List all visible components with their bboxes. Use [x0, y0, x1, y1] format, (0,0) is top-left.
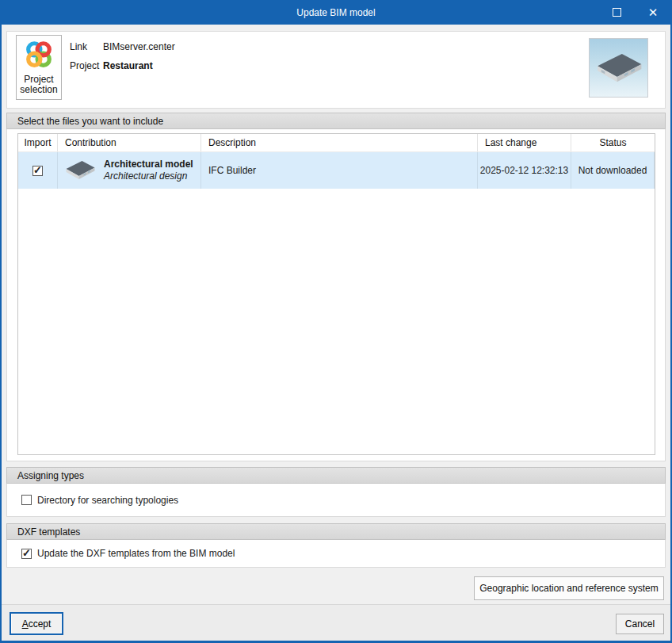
import-checkbox[interactable]: ✓ [32, 166, 43, 176]
titlebar: Update BIM model ✕ [0, 0, 672, 25]
dxf-templates-header: DXF templates [6, 523, 666, 540]
update-bim-model-dialog: Update BIM model ✕ Project selection Lin… [0, 0, 672, 643]
dxf-templates-body: ✓ Update the DXF templates from the BIM … [6, 540, 666, 568]
directory-typologies-checkbox[interactable]: ✓ [21, 495, 32, 505]
close-icon: ✕ [648, 6, 659, 18]
cancel-label: Cancel [625, 618, 655, 630]
project-value: Restaurant [103, 60, 153, 71]
model-preview-thumbnail [589, 38, 648, 98]
update-dxf-label: Update the DXF templates from the BIM mo… [37, 548, 235, 559]
project-selection-button[interactable]: Project selection [16, 35, 62, 100]
files-table-header: Import Contribution Description Last cha… [18, 134, 655, 152]
cancel-button[interactable]: Cancel [616, 614, 664, 634]
assigning-types-header: Assigning types [6, 467, 666, 484]
window-title: Update BIM model [296, 7, 375, 18]
status-cell: Not downloaded [571, 152, 655, 189]
column-header-last-change: Last change [478, 134, 571, 151]
files-section-title: Select the files you want to include [17, 116, 163, 127]
last-change-cell: 2025-02-12 12:32:13 [478, 152, 571, 189]
maximize-icon [613, 8, 621, 17]
maximize-button[interactable] [609, 3, 624, 22]
column-header-description: Description [201, 134, 478, 151]
bimserver-logo-icon [24, 40, 54, 72]
link-row: Link BIMserver.center [70, 41, 175, 52]
link-value: BIMserver.center [103, 41, 175, 52]
check-icon: ✓ [33, 165, 42, 175]
geographic-location-label: Geographic location and reference system [479, 583, 658, 594]
close-button[interactable]: ✕ [645, 3, 661, 22]
update-dxf-checkbox[interactable]: ✓ [21, 549, 32, 559]
assigning-types-title: Assigning types [17, 470, 84, 481]
directory-typologies-label: Directory for searching typologies [37, 495, 178, 506]
files-table: Import Contribution Description Last cha… [17, 133, 655, 455]
project-selection-label: Project selection [17, 75, 61, 95]
check-icon: ✓ [22, 548, 31, 558]
building-3d-icon [593, 48, 645, 88]
accept-button[interactable]: Accept [10, 612, 63, 635]
contribution-title: Architectural model [104, 159, 193, 170]
bottom-button-bar [0, 604, 672, 643]
table-row[interactable]: ✓ Architectural model Architectural desi… [18, 152, 655, 189]
import-cell: ✓ [18, 152, 58, 189]
description-cell: IFC Builder [201, 152, 478, 189]
link-label: Link [70, 41, 103, 52]
project-row: Project Restaurant [70, 60, 153, 71]
column-header-status: Status [571, 134, 655, 151]
building-3d-icon [63, 157, 97, 184]
project-label: Project [70, 60, 103, 71]
dxf-templates-title: DXF templates [17, 526, 80, 538]
assigning-types-body: ✓ Directory for searching typologies [6, 484, 666, 517]
column-header-contribution: Contribution [58, 134, 201, 151]
geographic-location-button[interactable]: Geographic location and reference system [474, 576, 664, 600]
column-header-import: Import [18, 134, 58, 151]
files-section-header: Select the files you want to include [6, 113, 666, 129]
contribution-cell: Architectural model Architectural design [58, 152, 201, 189]
accept-label: Accept [22, 618, 52, 630]
contribution-subtitle: Architectural design [104, 170, 193, 182]
